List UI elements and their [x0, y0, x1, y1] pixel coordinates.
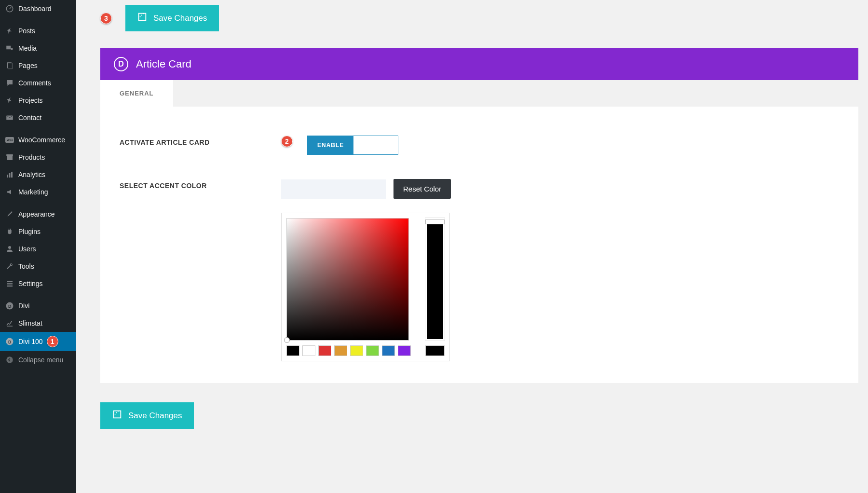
annotation-badge-2: 2: [281, 136, 293, 147]
color-swatch[interactable]: [398, 345, 411, 356]
enable-toggle[interactable]: ENABLE: [307, 136, 398, 155]
divi-icon: D: [5, 337, 14, 346]
sidebar-item-analytics[interactable]: Analytics: [0, 166, 76, 183]
archive-icon: [5, 152, 14, 162]
swatch-row: [286, 345, 411, 356]
settings-panel: D Article Card GENERAL ACTIVATE ARTICLE …: [100, 48, 858, 383]
color-swatch[interactable]: [366, 345, 379, 356]
accent-color-input[interactable]: [281, 179, 386, 199]
save-icon: [112, 409, 122, 422]
save-changes-button-bottom[interactable]: Save Changes: [100, 402, 194, 429]
color-swatch[interactable]: [350, 345, 363, 356]
sidebar-item-pages[interactable]: Pages: [0, 57, 76, 74]
color-swatch[interactable]: [286, 345, 299, 356]
svg-rect-8: [7, 156, 13, 160]
save-icon: [137, 12, 148, 25]
sidebar-item-projects[interactable]: Projects: [0, 92, 76, 109]
sidebar-item-divi-100[interactable]: DDivi 1001: [0, 332, 76, 351]
sidebar-item-label: Marketing: [18, 188, 48, 196]
sidebar-item-collapse-menu[interactable]: Collapse menu: [0, 351, 76, 369]
svg-rect-10: [7, 175, 8, 178]
sidebar-item-plugins[interactable]: Plugins: [0, 223, 76, 240]
collapse-icon: [5, 355, 14, 365]
svg-rect-12: [11, 172, 13, 178]
sidebar-item-label: Comments: [18, 79, 51, 87]
panel-body: ACTIVATE ARTICLE CARD 2 ENABLE SELECT AC…: [100, 107, 858, 383]
pin-icon: [5, 26, 14, 36]
comment-icon: [5, 78, 14, 88]
svg-point-2: [11, 48, 13, 50]
sidebar-item-woocommerce[interactable]: WooWooCommerce: [0, 131, 76, 149]
sidebar-item-label: Projects: [18, 96, 43, 104]
page-icon: [5, 61, 14, 70]
field-activate-article-card: ACTIVATE ARTICLE CARD 2 ENABLE: [120, 136, 839, 155]
reset-color-button[interactable]: Reset Color: [393, 179, 451, 199]
svg-text:D: D: [8, 340, 12, 344]
sidebar-item-label: Divi: [18, 302, 29, 310]
svg-point-21: [6, 356, 13, 363]
saturation-value-area[interactable]: [286, 218, 409, 341]
svg-point-13: [8, 246, 11, 249]
sidebar-item-label: Dashboard: [18, 5, 52, 13]
sidebar-item-tools[interactable]: Tools: [0, 258, 76, 275]
sidebar-item-label: Posts: [18, 27, 35, 35]
sidebar-item-media[interactable]: Media: [0, 40, 76, 57]
sidebar-item-label: Users: [18, 245, 36, 253]
panel-title: Article Card: [136, 58, 191, 70]
sidebar-item-label: Products: [18, 153, 45, 161]
sidebar-item-label: Tools: [18, 262, 34, 270]
bars-icon: [5, 170, 14, 179]
annotation-badge-3: 3: [100, 13, 112, 24]
chart-icon: [5, 318, 14, 328]
sidebar-item-dashboard[interactable]: Dashboard: [0, 0, 76, 17]
sidebar-item-posts[interactable]: Posts: [0, 22, 76, 40]
sidebar-item-contact[interactable]: Contact: [0, 109, 76, 126]
hue-slider[interactable]: [425, 218, 445, 341]
svg-rect-15: [7, 283, 13, 284]
sidebar-item-users[interactable]: Users: [0, 240, 76, 258]
sidebar-item-label: Collapse menu: [18, 356, 63, 364]
color-picker: [281, 213, 450, 361]
save-changes-button-top[interactable]: Save Changes: [125, 5, 219, 31]
field-select-accent-color: SELECT ACCENT COLOR Reset Color: [120, 179, 839, 361]
svg-rect-1: [6, 46, 11, 50]
megaphone-icon: [5, 187, 14, 197]
sidebar-item-marketing[interactable]: Marketing: [0, 183, 76, 201]
divi-icon: D: [5, 301, 14, 311]
sidebar-item-slimstat[interactable]: Slimstat: [0, 315, 76, 332]
gauge-icon: [5, 4, 14, 14]
color-swatch[interactable]: [318, 345, 331, 356]
sidebar-item-appearance[interactable]: Appearance: [0, 205, 76, 223]
color-swatch[interactable]: [302, 345, 315, 356]
sv-handle[interactable]: [284, 337, 290, 343]
svg-text:Woo: Woo: [7, 138, 13, 141]
field-label: ACTIVATE ARTICLE CARD: [120, 136, 281, 146]
svg-rect-16: [7, 286, 13, 287]
tab-general[interactable]: GENERAL: [100, 80, 173, 107]
brush-icon: [5, 209, 14, 219]
plug-icon: [5, 227, 14, 236]
sidebar-item-divi[interactable]: DDivi: [0, 297, 76, 315]
color-swatch[interactable]: [334, 345, 347, 356]
divi-logo-icon: D: [114, 57, 128, 71]
svg-rect-4: [8, 63, 12, 69]
annotation-badge-1: 1: [47, 336, 58, 347]
mail-icon: [5, 113, 14, 123]
toggle-enable-label: ENABLE: [308, 136, 353, 154]
woo-icon: Woo: [5, 135, 14, 145]
sidebar-item-label: Contact: [18, 114, 41, 122]
sidebar-item-comments[interactable]: Comments: [0, 74, 76, 92]
sidebar-item-label: WooCommerce: [18, 136, 65, 144]
media-icon: [5, 43, 14, 53]
user-icon: [5, 244, 14, 254]
sidebar-item-products[interactable]: Products: [0, 149, 76, 166]
sliders-icon: [5, 279, 14, 288]
sidebar-item-settings[interactable]: Settings: [0, 275, 76, 292]
sidebar-item-label: Plugins: [18, 228, 41, 235]
main-content: 3 Save Changes D Article Card GENERAL AC…: [76, 0, 868, 448]
sidebar-item-label: Appearance: [18, 210, 55, 218]
sidebar-item-label: Settings: [18, 280, 43, 288]
save-button-label: Save Changes: [153, 14, 207, 23]
toggle-slot: [353, 136, 398, 154]
color-swatch[interactable]: [382, 345, 395, 356]
